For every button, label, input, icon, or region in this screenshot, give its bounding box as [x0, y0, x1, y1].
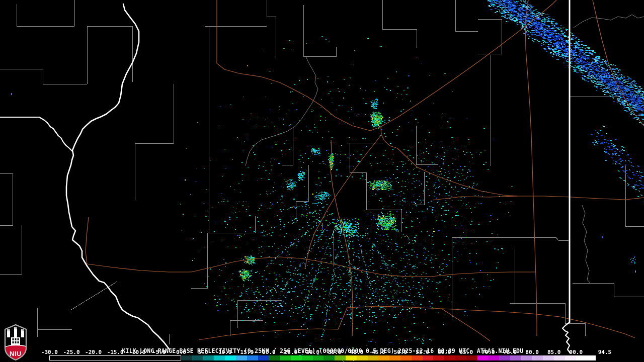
colorbar-label: 50.0 — [394, 349, 408, 355]
colorbar-label: -20.0 — [85, 349, 102, 355]
colorbar-segment — [324, 355, 335, 360]
colorbar-label: 60.0 — [438, 349, 451, 355]
colorbar-segment — [455, 355, 466, 360]
niu-logo-text: NIU — [10, 350, 22, 357]
colorbar-segment — [554, 355, 565, 360]
road — [370, 0, 556, 131]
colorbar-segment — [521, 355, 532, 360]
colorbar-label: 40.0 — [350, 349, 364, 355]
colorbar-segment — [302, 355, 313, 360]
colorbar-segment — [291, 355, 302, 360]
colorbar-segment — [236, 355, 247, 360]
road — [191, 257, 536, 277]
wabash-river-border — [562, 322, 570, 353]
road — [331, 140, 353, 336]
road — [86, 217, 89, 264]
colorbar-segment — [247, 355, 258, 360]
colorbar-segment — [181, 355, 192, 360]
colorbar-label: 85.0 — [547, 349, 561, 355]
colorbar-label: 90.0 — [570, 349, 583, 355]
road — [593, 0, 644, 126]
colorbar-label: 94.5 — [598, 349, 612, 355]
colorbar-label: 20.0 — [262, 349, 276, 355]
colorbar-segment — [543, 355, 554, 360]
colorbar-label: 5.0 — [198, 349, 208, 355]
colorbar-segment — [433, 355, 444, 360]
colorbar-label: 80.0 — [525, 349, 539, 355]
colorbar-label: 15.0 — [240, 349, 254, 355]
road — [305, 135, 381, 269]
road — [433, 196, 644, 200]
road — [217, 0, 370, 131]
road — [525, 0, 537, 336]
road — [381, 127, 397, 148]
colorbar-segment — [576, 355, 587, 360]
colorbar-label: 30.0 — [306, 349, 319, 355]
colorbar-below-zero-segment — [49, 355, 181, 360]
colorbar-label: -25.0 — [63, 349, 79, 355]
road — [347, 306, 635, 338]
colorbar-label: 55.0 — [416, 349, 429, 355]
colorbar-segment — [510, 355, 521, 360]
roads — [86, 0, 644, 341]
colorbar-segment — [258, 355, 269, 360]
road — [442, 309, 490, 341]
colorbar-segment — [587, 355, 595, 360]
iowa-missouri-border — [0, 117, 72, 151]
state-borders — [0, 0, 570, 353]
colorbar-segment — [412, 355, 423, 360]
colorbar-label: 25.0 — [284, 349, 298, 355]
colorbar-segment — [280, 355, 291, 360]
colorbar-label: 75.0 — [504, 349, 517, 355]
colorbar-label: -15.0 — [107, 349, 124, 355]
colorbar-segment — [532, 355, 543, 360]
road — [87, 264, 191, 272]
colorbar-segment — [565, 355, 576, 360]
radar-display: KILX LONG RANGE BASE REFLECTIVITY (0.25K… — [0, 0, 644, 362]
colorbar-label: -10.0 — [129, 349, 145, 355]
colorbar-segment — [192, 355, 203, 360]
colorbar-segment — [466, 355, 477, 360]
colorbar-segment — [477, 355, 489, 360]
colorbar-segment — [357, 355, 368, 360]
colorbar-segment — [225, 355, 236, 360]
colorbar-segment — [269, 355, 280, 360]
colorbar — [49, 355, 596, 360]
colorbar-label: -30.0 — [41, 349, 58, 355]
colorbar-segment — [368, 355, 379, 360]
colorbar-segment — [346, 355, 357, 360]
colorbar-label: 70.0 — [481, 349, 495, 355]
colorbar-label: 10.0 — [218, 349, 232, 355]
colorbar-segment — [389, 355, 400, 360]
mississippi-river-border — [66, 4, 169, 349]
colorbar-segment — [335, 355, 346, 360]
colorbar-segment — [203, 355, 214, 360]
colorbar-segment — [214, 355, 225, 360]
colorbar-label: -5.0 — [152, 349, 166, 355]
road — [199, 308, 347, 340]
roads-borders-layer — [0, 0, 644, 362]
colorbar-label: 65.0 — [460, 349, 473, 355]
colorbar-label: 45.0 — [372, 349, 385, 355]
colorbar-segment — [313, 355, 324, 360]
colorbar-segment — [423, 355, 434, 360]
colorbar-segment — [400, 355, 412, 360]
colorbar-segment — [444, 355, 455, 360]
colorbar-label: 0.0 — [176, 349, 186, 355]
colorbar-labels: -30.0-25.0-20.0-15.0-10.0-5.00.05.010.01… — [0, 349, 644, 355]
colorbar-segment — [488, 355, 499, 360]
road — [397, 148, 517, 196]
colorbar-segment — [499, 355, 510, 360]
colorbar-segment — [378, 355, 389, 360]
colorbar-label: 35.0 — [328, 349, 342, 355]
